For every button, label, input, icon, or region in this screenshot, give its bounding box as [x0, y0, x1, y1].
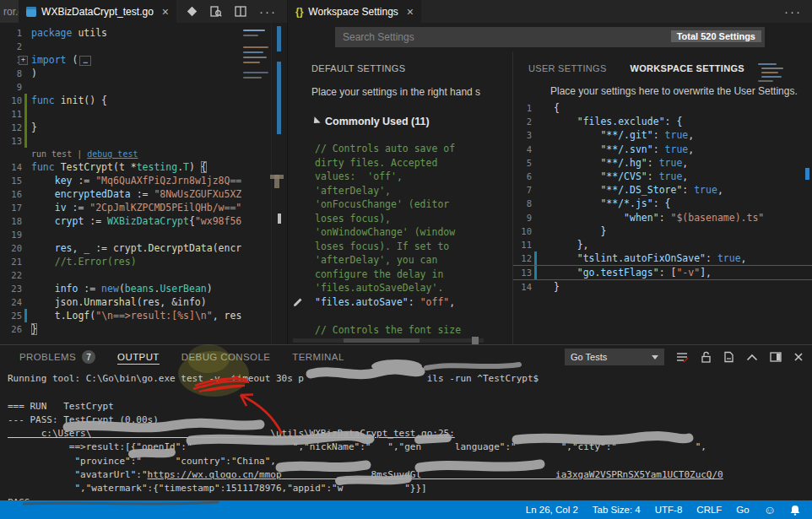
settings-braces-icon: {}	[295, 6, 303, 18]
encoding[interactable]: UTF-8	[655, 505, 683, 515]
code-editor[interactable]: 1package utils23+import (…8)910func init…	[0, 23, 288, 344]
setting-line: 'afterDelay', you can	[311, 253, 512, 268]
code-line: run test | debug test	[0, 148, 241, 160]
setting-line: 'onFocusChange' (editor	[311, 197, 512, 212]
modified-gutter-indicator	[24, 309, 27, 322]
line-number: 10	[0, 94, 22, 107]
line-number: 13	[513, 266, 532, 279]
modified-gutter-indicator	[534, 251, 537, 265]
editor-group-right-tabs: {} Workspace Settings × ···	[287, 0, 812, 23]
more-actions-icon[interactable]: ···	[784, 4, 802, 19]
panel-tab-label: DEBUG CONSOLE	[181, 352, 271, 362]
diff-icon[interactable]	[187, 6, 198, 17]
fold-icon[interactable]: +	[19, 56, 28, 65]
language-mode[interactable]: Go	[736, 505, 749, 515]
minimap[interactable]	[241, 24, 272, 343]
unlock-icon[interactable]	[701, 351, 712, 363]
setting-line: loses focus),	[311, 212, 512, 226]
close-panel-icon[interactable]	[793, 352, 804, 362]
tab-workspace-settings-scope[interactable]: WORKSPACE SETTINGS	[631, 63, 744, 73]
line-number: 19	[0, 228, 22, 241]
line-number: 13	[0, 134, 22, 148]
tab-wxbizdatacrypt-test[interactable]: WXBizDataCrypt_test.go ×	[19, 0, 176, 23]
line-number: 12	[513, 251, 532, 265]
minimap-small[interactable]	[758, 62, 792, 102]
code-line: 12}	[0, 121, 241, 134]
settings-search-row: Total 520 Settings	[288, 23, 812, 51]
split-editor-icon[interactable]	[235, 6, 246, 17]
move-panel-icon[interactable]	[770, 352, 782, 362]
json-line: 12 "tslint.autoFixOnSave": true,	[513, 251, 812, 266]
line-number: 1	[513, 101, 532, 115]
output-line: Running tool: C:\Go\bin\go.exe test -v -…	[4, 372, 812, 386]
settings-count-badge: Total 520 Settings	[671, 30, 761, 42]
line-number: 5	[513, 156, 532, 170]
code-line: 10func init() {	[0, 94, 241, 107]
line-number: 2	[0, 40, 22, 53]
tab-user-settings[interactable]: USER SETTINGS	[528, 63, 607, 73]
setting-line: 'onWindowChange' (window	[311, 225, 512, 240]
json-line: 11 },	[513, 238, 812, 251]
clear-output-icon[interactable]	[676, 351, 689, 363]
code-line: 17 iv := "2CpJmlKZPCMD5PEilQHb/w=="	[0, 201, 241, 214]
json-line: 9 "when": "$(basename).ts"	[513, 211, 812, 224]
json-line: 6 "**/CVS": true,	[513, 170, 812, 183]
line-number: 8	[513, 197, 532, 210]
output-line: "avatarUrl":"https://wx.qlogo.cn/mmop 8m…	[4, 468, 812, 482]
setting-line: // Controls the font size	[311, 323, 512, 338]
collapse-arrow-icon	[311, 116, 320, 126]
output-channel-select[interactable]: Go Tests	[565, 349, 664, 365]
panel-tab-problems[interactable]: PROBLEMS7	[19, 345, 95, 369]
line-number: 9	[0, 80, 22, 94]
close-tab-icon[interactable]: ×	[407, 6, 414, 18]
scrollbar-handle-v[interactable]	[274, 175, 279, 188]
scrollbar-right[interactable]	[804, 51, 812, 344]
line-number: 22	[0, 268, 22, 282]
code-line: 21 //t.Error(res)	[0, 255, 241, 268]
panel-tab-debug-console[interactable]: DEBUG CONSOLE	[181, 345, 271, 369]
go-file-icon	[26, 7, 36, 17]
modified-gutter-indicator	[24, 121, 27, 134]
maximize-panel-icon[interactable]	[746, 354, 758, 361]
panel-tabs: PROBLEMS7OUTPUTDEBUG CONSOLETERMINAL	[8, 345, 355, 369]
horizontal-scrollbar[interactable]	[293, 338, 484, 343]
vscode-window: ror.go WXBizDataCrypt_test.go ×	[0, 0, 812, 519]
open-preview-icon[interactable]	[210, 6, 222, 18]
feedback-smiley-icon[interactable]: ☺	[764, 504, 776, 516]
cursor-position[interactable]: Ln 26, Col 2	[526, 505, 578, 515]
setting-line	[311, 309, 512, 323]
edit-setting-pencil-icon[interactable]	[293, 296, 304, 311]
code-line: 20 res, _ := crypt.DecryptData(encryp	[0, 241, 241, 255]
commonly-used-section[interactable]: Commonly Used (11)	[311, 116, 512, 127]
json-line: 14}	[513, 280, 812, 294]
problems-count-badge: 7	[82, 350, 95, 364]
code-line: 25 t.Logf("\n==>result:[%s]\n", res)	[0, 309, 241, 322]
output-console[interactable]: Running tool: C:\Go\bin\go.exe test -v -…	[0, 370, 812, 501]
line-number: 7	[513, 183, 532, 197]
output-line: ==>result:[{"openId":" ","nickName":" ",…	[4, 441, 812, 454]
line-number: 18	[0, 214, 22, 228]
close-tab-icon[interactable]: ×	[162, 6, 169, 18]
open-log-file-icon[interactable]	[723, 351, 734, 363]
tab-error-go[interactable]: ror.go	[0, 0, 19, 23]
line-number: 3	[513, 128, 532, 142]
eol-sequence[interactable]: CRLF	[696, 505, 722, 515]
tab-workspace-settings[interactable]: {} Workspace Settings ×	[288, 0, 421, 23]
output-line: --- PASS: TestCrypt (0.00s)	[4, 414, 812, 427]
json-line: 8 "**/*.js": {	[513, 197, 812, 210]
line-number: 24	[0, 295, 22, 309]
workspace-settings-column: USER SETTINGS WORKSPACE SETTINGS Place y…	[513, 51, 812, 344]
setting-line: "files.autoSave": "off",	[311, 295, 512, 310]
panel-tab-output[interactable]: OUTPUT	[117, 345, 160, 369]
more-actions-icon[interactable]: ···	[259, 4, 277, 19]
default-settings-description: Place your settings in the right hand s	[311, 86, 512, 98]
tab-size[interactable]: Tab Size: 4	[593, 505, 641, 515]
panel-tab-terminal[interactable]: TERMINAL	[292, 345, 344, 369]
line-number: 9	[513, 211, 532, 224]
notifications-bell-icon[interactable]	[790, 505, 800, 516]
line-number: 2	[513, 115, 532, 128]
panel-header: PROBLEMS7OUTPUTDEBUG CONSOLETERMINAL Go …	[0, 345, 812, 369]
modified-gutter-indicator	[24, 107, 27, 121]
json-line: 10 }	[513, 224, 812, 238]
setting-line: // Controls auto save of	[311, 142, 512, 156]
